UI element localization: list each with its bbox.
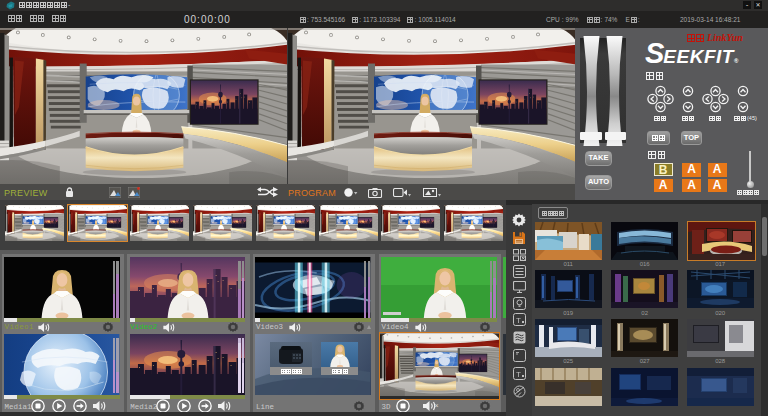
svg-text:T: T: [516, 316, 521, 325]
svg-text:T: T: [516, 370, 521, 379]
